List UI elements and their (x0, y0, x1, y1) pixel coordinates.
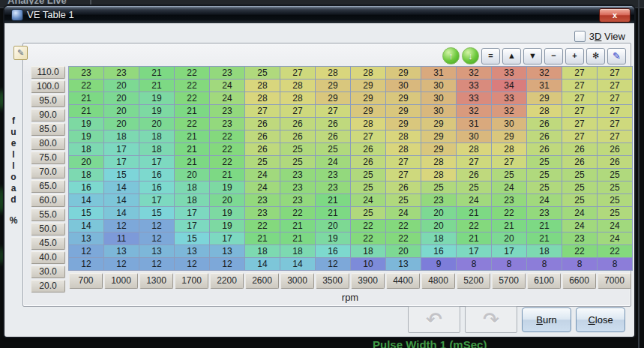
ve-cell[interactable]: 29 (386, 92, 421, 104)
ve-cell[interactable]: 27 (386, 169, 421, 181)
ve-cell[interactable]: 20 (104, 118, 139, 130)
ve-cell[interactable]: 32 (492, 105, 526, 117)
ve-cell[interactable]: 29 (386, 105, 421, 117)
ve-cell[interactable]: 20 (104, 92, 139, 104)
ve-cell[interactable]: 19 (210, 220, 244, 232)
ve-cell[interactable]: 24 (598, 220, 632, 232)
window-titlebar[interactable]: VE Table 1 x (4, 6, 634, 23)
ve-cell[interactable]: 21 (527, 232, 562, 244)
ve-cell[interactable]: 18 (139, 143, 174, 155)
ve-cell[interactable]: 22 (386, 220, 421, 232)
ve-cell[interactable]: 22 (175, 67, 209, 79)
edit-note-icon[interactable]: ✎ (13, 46, 28, 60)
ve-cell[interactable]: 23 (280, 182, 315, 194)
undo-button[interactable]: ↶ (408, 306, 460, 333)
ve-cell[interactable]: 33 (492, 67, 526, 79)
ve-cell[interactable]: 17 (104, 143, 139, 155)
ve-cell[interactable]: 8 (598, 258, 632, 270)
ve-cell[interactable]: 13 (386, 258, 421, 270)
ve-cell[interactable]: 25 (562, 194, 597, 206)
ve-cell[interactable]: 25 (316, 143, 350, 155)
ve-cell[interactable]: 14 (104, 182, 139, 194)
ve-cell[interactable]: 27 (245, 105, 280, 117)
ve-cell[interactable]: 22 (245, 220, 280, 232)
ve-cell[interactable]: 21 (139, 80, 174, 92)
ve-cell[interactable]: 22 (386, 232, 421, 244)
ve-cell[interactable]: 20 (210, 194, 244, 206)
ve-cell[interactable]: 24 (210, 80, 244, 92)
ve-cell[interactable]: 13 (104, 245, 139, 257)
ve-cell[interactable]: 23 (280, 194, 315, 206)
burn-button[interactable]: Burn (522, 308, 571, 332)
edit-pencil-icon[interactable]: ✎ (607, 48, 626, 64)
ve-cell[interactable]: 24 (210, 92, 244, 104)
ve-cell[interactable]: 33 (457, 92, 491, 104)
ve-cell[interactable]: 23 (562, 232, 597, 244)
row-header[interactable]: 50.0 (31, 223, 65, 236)
ve-cell[interactable]: 20 (492, 232, 526, 244)
ve-cell[interactable]: 22 (457, 220, 491, 232)
ve-cell[interactable]: 24 (527, 194, 562, 206)
row-header[interactable]: 100.0 (31, 80, 65, 93)
ve-cell[interactable]: 16 (421, 245, 456, 257)
ve-cell[interactable]: 26 (245, 143, 280, 155)
ve-cell[interactable]: 21 (527, 220, 562, 232)
ve-cell[interactable]: 26 (527, 118, 562, 130)
ve-cell[interactable]: 17 (210, 232, 244, 244)
ve-cell[interactable]: 16 (139, 182, 174, 194)
ve-cell[interactable]: 22 (175, 118, 209, 130)
ve-cell[interactable]: 20 (316, 220, 350, 232)
row-header[interactable]: 75.0 (31, 152, 65, 164)
increase-icon[interactable]: ▲ (502, 48, 521, 64)
redo-button[interactable]: ↷ (465, 306, 517, 333)
ve-cell[interactable]: 12 (139, 220, 174, 232)
ve-cell[interactable]: 19 (69, 130, 103, 142)
ve-cell[interactable]: 18 (280, 245, 315, 257)
ve-cell[interactable]: 18 (351, 245, 385, 257)
ve-cell[interactable]: 21 (69, 92, 103, 104)
ve-cell[interactable]: 28 (280, 80, 315, 92)
ve-cell[interactable]: 21 (316, 194, 350, 206)
ve-cell[interactable]: 24 (386, 207, 421, 219)
ve-cell[interactable]: 18 (69, 169, 103, 181)
ve-cell[interactable]: 32 (527, 67, 562, 79)
ve-cell[interactable]: 27 (457, 156, 491, 168)
ve-cell[interactable]: 27 (598, 92, 632, 104)
ve-cell[interactable]: 30 (457, 130, 491, 142)
ve-cell[interactable]: 27 (562, 67, 597, 79)
ve-cell[interactable]: 27 (562, 80, 597, 92)
column-header[interactable]: 1300 (139, 273, 173, 289)
close-window-button[interactable]: x (599, 8, 631, 22)
row-header[interactable]: 90.0 (31, 109, 65, 122)
ve-cell[interactable]: 29 (421, 143, 456, 155)
ve-cell[interactable]: 8 (527, 258, 562, 270)
ve-cell[interactable]: 25 (527, 182, 562, 194)
ve-cell[interactable]: 12 (210, 258, 244, 270)
set-equal-icon[interactable]: = (481, 48, 500, 64)
ve-cell[interactable]: 29 (351, 92, 385, 104)
ve-cell[interactable]: 30 (492, 118, 526, 130)
ve-cell[interactable]: 21 (175, 143, 209, 155)
column-header[interactable]: 1000 (104, 273, 138, 289)
ve-cell[interactable]: 26 (457, 169, 491, 181)
ve-cell[interactable]: 24 (245, 182, 280, 194)
ve-cell[interactable]: 34 (492, 80, 526, 92)
decrease-icon[interactable]: ▼ (523, 48, 542, 64)
column-header[interactable]: 2200 (210, 273, 244, 289)
ve-cell[interactable]: 31 (457, 118, 491, 130)
ve-cell[interactable]: 27 (598, 105, 632, 117)
ve-cell[interactable]: 31 (421, 67, 456, 79)
ve-cell[interactable]: 20 (69, 156, 103, 168)
ve-cell[interactable]: 20 (104, 105, 139, 117)
ve-cell[interactable]: 26 (562, 143, 597, 155)
ve-cell[interactable]: 17 (104, 156, 139, 168)
ve-cell[interactable]: 27 (562, 118, 597, 130)
ve-cell[interactable]: 8 (492, 258, 526, 270)
ve-cell[interactable]: 8 (457, 258, 491, 270)
ve-cell[interactable]: 19 (210, 182, 244, 194)
ve-cell[interactable]: 24 (351, 194, 385, 206)
ve-cell[interactable]: 20 (104, 80, 139, 92)
ve-cell[interactable]: 26 (527, 143, 562, 155)
ve-cell[interactable]: 13 (139, 245, 174, 257)
ve-cell[interactable]: 20 (175, 169, 209, 181)
